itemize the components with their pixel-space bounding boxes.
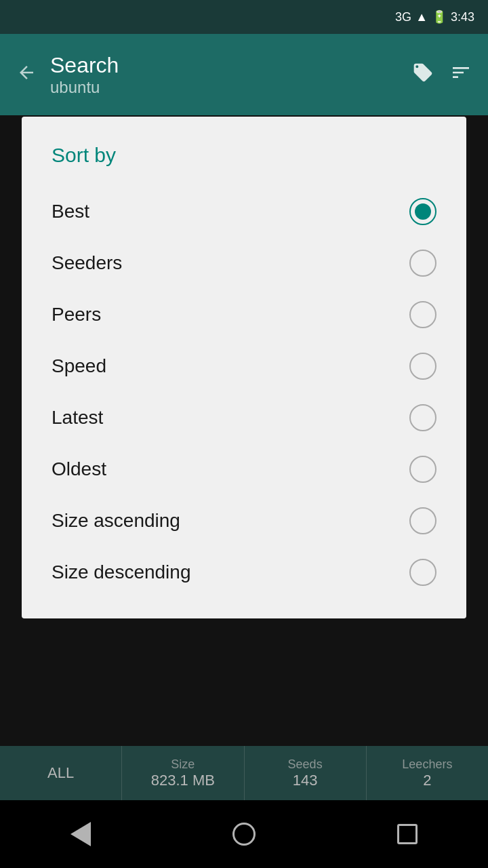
size-column[interactable]: Size 823.1 MB [122, 746, 244, 800]
sort-option-seeders[interactable]: Seeders [52, 237, 436, 289]
radio-size-desc[interactable] [409, 559, 436, 586]
sort-label-seeders: Seeders [52, 252, 122, 274]
sort-option-peers[interactable]: Peers [52, 289, 436, 340]
signal-text: 3G [395, 10, 411, 24]
sort-option-best[interactable]: Best [52, 186, 436, 237]
leechers-column[interactable]: Leechers 2 [367, 746, 488, 800]
home-nav-icon[interactable] [232, 823, 256, 846]
radio-inner-best [415, 203, 431, 220]
sort-dialog: Sort by Best Seeders Peers Speed Latest … [22, 117, 466, 618]
signal-icon: ▲ [415, 10, 428, 24]
size-value: 823.1 MB [151, 772, 215, 789]
sort-label-size-asc: Size ascending [52, 510, 180, 532]
header-title-group: Search ubuntu [50, 52, 399, 97]
sort-label-peers: Peers [52, 304, 101, 326]
status-bar: 3G ▲ 🔋 3:43 [0, 0, 488, 34]
status-icons: 3G ▲ 🔋 3:43 [395, 9, 474, 24]
header-actions [412, 62, 472, 88]
all-column[interactable]: ALL [0, 746, 122, 800]
sort-label-size-desc: Size descending [52, 561, 190, 583]
radio-seeders[interactable] [409, 250, 436, 277]
bottom-bar: ALL Size 823.1 MB Seeds 143 Leechers 2 [0, 746, 488, 800]
sort-label-latest: Latest [52, 407, 103, 429]
header-subtitle: ubuntu [50, 78, 399, 97]
sort-option-speed[interactable]: Speed [52, 340, 436, 392]
radio-latest[interactable] [409, 404, 436, 431]
tag-icon[interactable] [412, 62, 434, 88]
battery-icon: 🔋 [432, 9, 447, 24]
radio-speed[interactable] [409, 353, 436, 380]
sort-label-speed: Speed [52, 355, 106, 377]
seeds-value: 143 [293, 772, 318, 789]
back-button[interactable] [16, 62, 37, 88]
seeds-column[interactable]: Seeds 143 [245, 746, 367, 800]
leechers-value: 2 [423, 772, 431, 789]
dialog-title: Sort by [52, 144, 436, 167]
back-nav-icon[interactable] [70, 822, 91, 846]
nav-bar [0, 800, 488, 868]
sort-filter-icon[interactable] [450, 62, 472, 88]
radio-size-asc[interactable] [409, 507, 436, 534]
app-header: Search ubuntu [0, 34, 488, 115]
sort-label-oldest: Oldest [52, 458, 106, 480]
recents-nav-icon[interactable] [397, 824, 418, 844]
radio-best[interactable] [409, 198, 436, 225]
all-label: ALL [47, 764, 74, 782]
radio-peers[interactable] [409, 301, 436, 328]
sort-option-size-asc[interactable]: Size ascending [52, 495, 436, 547]
time-display: 3:43 [451, 10, 474, 24]
size-label: Size [171, 757, 195, 772]
sort-label-best: Best [52, 201, 89, 222]
header-title: Search [50, 52, 399, 78]
radio-oldest[interactable] [409, 456, 436, 483]
sort-option-latest[interactable]: Latest [52, 392, 436, 443]
sort-option-oldest[interactable]: Oldest [52, 443, 436, 495]
leechers-label: Leechers [402, 757, 452, 772]
seeds-label: Seeds [288, 757, 323, 772]
sort-option-size-desc[interactable]: Size descending [52, 547, 436, 598]
